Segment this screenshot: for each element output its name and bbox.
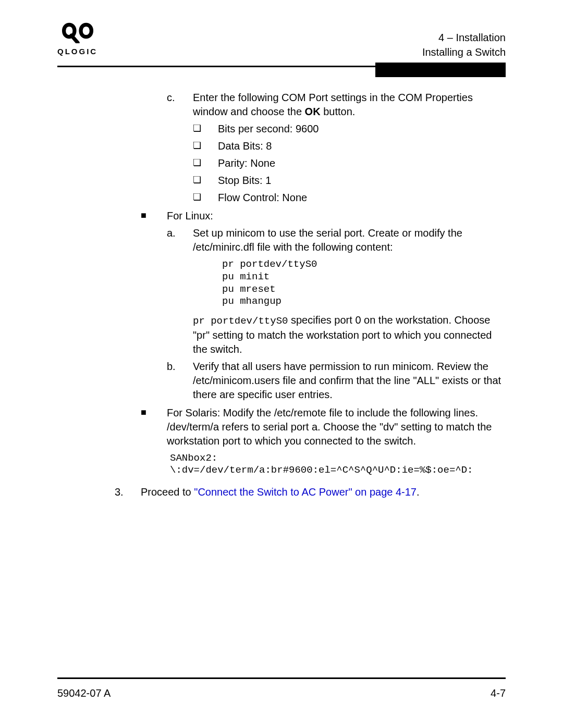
- step-c-marker: c.: [167, 91, 193, 119]
- header-black-bar: [375, 63, 506, 77]
- footer-rule: [57, 677, 506, 679]
- step-c-text: Enter the following COM Port settings in…: [193, 91, 506, 119]
- qlogic-logo-mark: [62, 18, 93, 46]
- linux-step-a: a. Set up minicom to use the serial port…: [167, 226, 506, 356]
- header-chapter: 4 – Installation: [422, 30, 506, 45]
- linux-a-note: pr portdev/ttyS0 specifies port 0 on the…: [193, 313, 506, 356]
- page-header: QLOGIC 4 – Installation Installing a Swi…: [57, 21, 506, 66]
- com-settings-list: ❏Bits per second: 9600 ❏Data Bits: 8 ❏Pa…: [193, 122, 506, 205]
- checkbox-icon: ❏: [193, 174, 218, 188]
- checkbox-icon: ❏: [193, 139, 218, 153]
- square-bullet-icon: ■: [141, 209, 167, 223]
- linux-bullet: ■ For Linux:: [141, 209, 506, 223]
- step-3-lead: Proceed to: [141, 486, 194, 498]
- solaris-code: SANbox2: \:dv=/dev/term/a:br#9600:el=^C^…: [170, 452, 506, 477]
- minirc-code: pr portdev/ttyS0 pu minit pu mreset pu m…: [222, 258, 506, 308]
- qlogic-logo: QLOGIC: [57, 18, 97, 56]
- header-section: Installing a Switch: [422, 45, 506, 59]
- doc-number: 59042-07 A: [57, 687, 111, 699]
- checkbox-icon: ❏: [193, 191, 218, 205]
- list-item: ❏Flow Control: None: [193, 191, 506, 205]
- cross-reference-link[interactable]: "Connect the Switch to AC Power" on page…: [194, 486, 417, 498]
- list-item: ❏Parity: None: [193, 156, 506, 170]
- list-item: ❏Stop Bits: 1: [193, 174, 506, 188]
- page-content: c. Enter the following COM Port settings…: [141, 91, 506, 499]
- list-item: ❏Bits per second: 9600: [193, 122, 506, 136]
- header-text: 4 – Installation Installing a Switch: [422, 30, 506, 59]
- linux-b-text: Verify that all users have permission to…: [193, 360, 506, 402]
- step-3-marker: 3.: [115, 485, 141, 499]
- square-bullet-icon: ■: [141, 406, 167, 483]
- step-3-tail: .: [417, 486, 420, 498]
- solaris-text: For Solaris: Modify the /etc/remote file…: [167, 406, 506, 448]
- list-item: ❏Data Bits: 8: [193, 139, 506, 153]
- linux-label: For Linux:: [167, 209, 506, 223]
- step-3: 3. Proceed to "Connect the Switch to AC …: [115, 485, 506, 499]
- ok-label: OK: [305, 106, 321, 117]
- solaris-bullet: ■ For Solaris: Modify the /etc/remote fi…: [141, 406, 506, 483]
- linux-b-marker: b.: [167, 360, 193, 402]
- checkbox-icon: ❏: [193, 122, 218, 136]
- linux-step-b: b. Verify that all users have permission…: [167, 360, 506, 402]
- linux-a-marker: a.: [167, 226, 193, 356]
- page-footer: 59042-07 A 4-7: [57, 677, 506, 699]
- checkbox-icon: ❏: [193, 156, 218, 170]
- page-number: 4-7: [491, 687, 506, 699]
- qlogic-logo-text: QLOGIC: [57, 47, 97, 56]
- step-c: c. Enter the following COM Port settings…: [167, 91, 506, 119]
- linux-a-text: Set up minicom to use the serial port. C…: [193, 226, 506, 254]
